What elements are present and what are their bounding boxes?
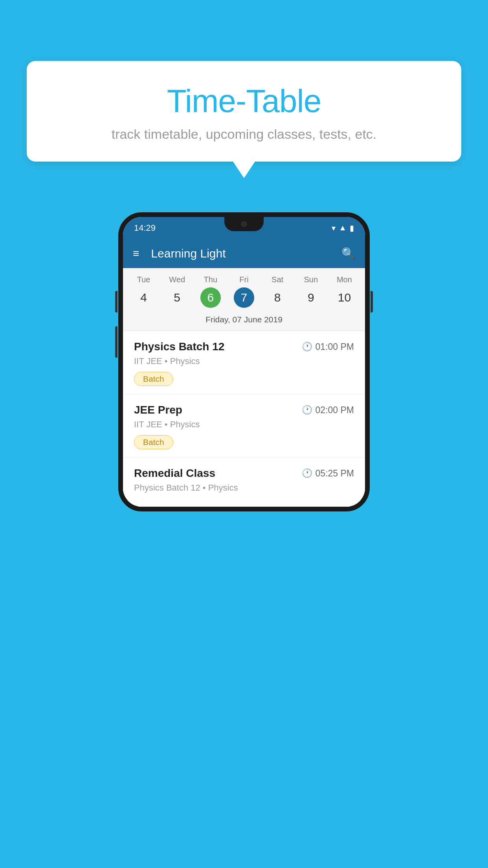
day-label: Tue [137,275,150,284]
power-button [115,326,117,358]
search-icon[interactable]: 🔍 [341,247,355,260]
schedule-item-header: Remedial Class 🕐 05:25 PM [134,467,354,480]
batch-tag: Batch [134,372,173,386]
status-bar: 14:29 ▾ ▲ ▮ [123,217,365,239]
bubble-title: Time-Table [50,83,438,120]
schedule-item-2[interactable]: Remedial Class 🕐 05:25 PM Physics Batch … [123,458,365,507]
clock-icon: 🕐 [302,405,312,415]
camera [241,221,247,227]
schedule-item-header: Physics Batch 12 🕐 01:00 PM [134,340,354,353]
schedule-item-0[interactable]: Physics Batch 12 🕐 01:00 PM IIT JEE • Ph… [123,331,365,394]
day-number[interactable]: 5 [167,287,187,308]
item-time: 🕐 02:00 PM [302,405,354,416]
day-number[interactable]: 4 [134,287,154,308]
phone-frame: 14:29 ▾ ▲ ▮ ≡ Learning Light 🔍 [118,212,370,511]
day-col-tue[interactable]: Tue4 [130,275,158,308]
day-number[interactable]: 7 [234,287,254,308]
item-subtitle: IIT JEE • Physics [134,419,354,430]
day-label: Mon [337,275,352,284]
item-title: JEE Prep [134,404,182,416]
schedule-item-header: JEE Prep 🕐 02:00 PM [134,404,354,416]
item-title: Physics Batch 12 [134,340,224,353]
phone-screen: 14:29 ▾ ▲ ▮ ≡ Learning Light 🔍 [123,217,365,507]
wifi-icon: ▾ [332,223,336,233]
schedule-item-1[interactable]: JEE Prep 🕐 02:00 PM IIT JEE • Physics Ba… [123,394,365,458]
vol-up-button [371,291,373,313]
day-label: Fri [239,275,248,284]
clock-icon: 🕐 [302,342,312,352]
item-subtitle: IIT JEE • Physics [134,356,354,366]
speech-bubble: Time-Table track timetable, upcoming cla… [27,61,461,162]
day-label: Thu [204,275,217,284]
selected-date-label: Friday, 07 June 2019 [123,311,365,331]
day-col-fri[interactable]: Fri7 [230,275,258,308]
schedule-list: Physics Batch 12 🕐 01:00 PM IIT JEE • Ph… [123,331,365,507]
clock-icon: 🕐 [302,468,312,478]
batch-tag: Batch [134,435,173,449]
day-col-sat[interactable]: Sat8 [264,275,291,308]
day-col-sun[interactable]: Sun9 [297,275,325,308]
calendar-strip: Tue4Wed5Thu6Fri7Sat8Sun9Mon10 Friday, 07… [123,268,365,331]
bubble-subtitle: track timetable, upcoming classes, tests… [50,127,438,142]
day-number[interactable]: 10 [334,287,354,308]
item-time: 🕐 05:25 PM [302,468,354,479]
day-number[interactable]: 9 [301,287,321,308]
day-col-mon[interactable]: Mon10 [330,275,358,308]
hamburger-icon[interactable]: ≡ [133,248,139,259]
day-number[interactable]: 6 [200,287,221,308]
battery-icon: ▮ [350,223,354,233]
app-title: Learning Light [151,247,334,260]
day-label: Sun [304,275,318,284]
days-row: Tue4Wed5Thu6Fri7Sat8Sun9Mon10 [123,268,365,311]
item-subtitle: Physics Batch 12 • Physics [134,483,354,493]
status-icons: ▾ ▲ ▮ [332,223,354,233]
item-time: 🕐 01:00 PM [302,342,354,352]
day-col-thu[interactable]: Thu6 [197,275,224,308]
vol-down-button [115,291,117,313]
app-bar: ≡ Learning Light 🔍 [123,239,365,268]
speech-bubble-container: Time-Table track timetable, upcoming cla… [27,61,461,162]
item-title: Remedial Class [134,467,215,480]
signal-icon: ▲ [339,223,347,232]
day-col-wed[interactable]: Wed5 [163,275,191,308]
notch [224,217,264,231]
day-label: Sat [272,275,283,284]
day-label: Wed [169,275,185,284]
status-time: 14:29 [134,223,156,233]
day-number[interactable]: 8 [267,287,288,308]
phone-wrapper: 14:29 ▾ ▲ ▮ ≡ Learning Light 🔍 [118,212,370,511]
